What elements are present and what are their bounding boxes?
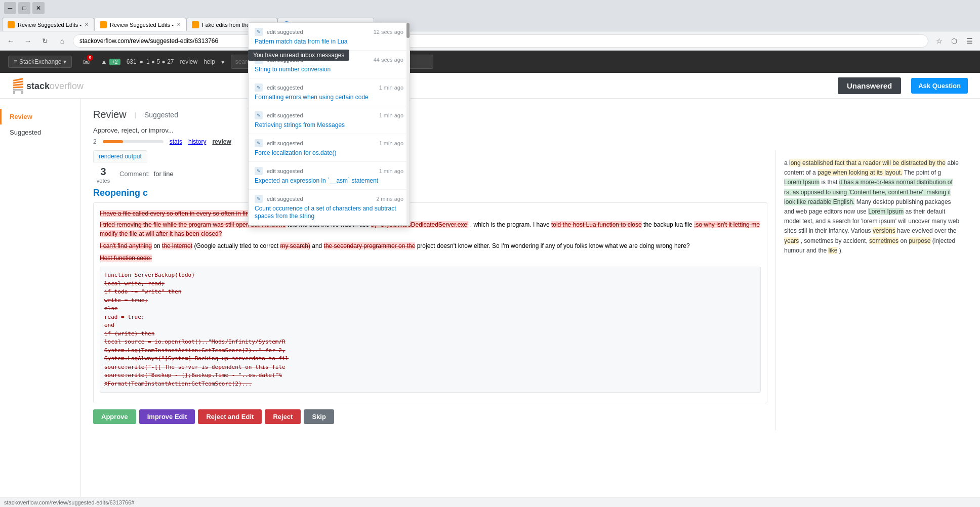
code-del-10: System.LogAlways("[System] Backing up se…	[104, 355, 289, 362]
code-line-9: System.Log(TeamInstantAction:GetTeamScor…	[104, 347, 756, 355]
stats-row: 2 stats history review	[93, 138, 968, 145]
inbox-type-4: edit suggested	[267, 140, 303, 146]
history-link[interactable]: history	[188, 138, 206, 145]
tab-close-1[interactable]: ✕	[85, 22, 89, 27]
inbox-edit-icon-5: ✎	[255, 167, 263, 175]
inbox-item-header-4: ✎ edit suggested 1 min ago	[255, 139, 403, 147]
stats-link[interactable]: stats	[170, 138, 182, 145]
address-actions: ☆ ⬡ ☰	[932, 34, 976, 48]
code-line-8: local source = io.open(Root().."Mods/Inf…	[104, 338, 756, 347]
lorem-years: years	[784, 237, 799, 244]
progress-fill	[103, 140, 123, 143]
skip-button[interactable]: Skip	[304, 409, 334, 424]
lorem-end: ).	[839, 247, 843, 254]
inbox-link-5[interactable]: Expected an expression in `__asm` statem…	[255, 177, 378, 184]
minimize-button[interactable]: ─	[4, 2, 16, 14]
inbox-button[interactable]: ✉ 9	[78, 54, 94, 70]
tab-favicon-1	[8, 21, 15, 28]
inbox-link-0[interactable]: Pattern match data from file in Lua	[255, 38, 347, 45]
inbox-link-6[interactable]: Count occurrence of a set of characters …	[255, 205, 396, 220]
bookmark-button[interactable]: ☆	[932, 34, 946, 48]
lorem-sometimes: , sometimes by accident,	[801, 237, 869, 244]
inbox-scrollbar-thumb[interactable]	[406, 23, 410, 38]
code-line-1: local write, read;	[104, 280, 756, 288]
diff-del-2d: the secondary programmer on the	[324, 242, 416, 249]
code-line-11: source:write("-[[ The server is dependen…	[104, 363, 756, 372]
inbox-item-5[interactable]: ✎ edit suggested 1 min ago Expected an e…	[249, 162, 410, 190]
code-line-4: else	[104, 305, 756, 313]
window-controls[interactable]: ─ □ ✕	[4, 2, 45, 14]
inbox-item-6[interactable]: ✎ edit suggested 2 mins ago Count occurr…	[249, 190, 410, 225]
help-link[interactable]: help	[203, 58, 215, 65]
inbox-item-header-2: ✎ edit suggested 1 min ago	[255, 83, 403, 92]
code-line-7: if (write) then	[104, 330, 756, 339]
diff-del-2b: the internet	[162, 242, 192, 249]
address-input[interactable]	[73, 34, 928, 48]
inbox-scrollbar[interactable]	[406, 23, 410, 225]
inbox-item-4[interactable]: ✎ edit suggested 1 min ago Force localiz…	[249, 134, 410, 162]
approve-button[interactable]: Approve	[93, 409, 136, 424]
inbox-link-4[interactable]: Force localization for os.date()	[255, 149, 336, 156]
tab-close-2[interactable]: ✕	[177, 22, 181, 27]
lorem-that: is that	[821, 179, 839, 186]
browser-tab-1[interactable]: Review Suggested Edits - ✕	[2, 18, 94, 31]
back-button[interactable]: ←	[4, 34, 17, 48]
so-logo[interactable]: stack overflow	[12, 77, 88, 94]
browser-tab-2[interactable]: Review Suggested Edits - ✕	[94, 18, 186, 31]
home-button[interactable]: ⌂	[56, 34, 69, 48]
unanswered-button[interactable]: Unanswered	[838, 77, 901, 94]
diff-area: I have a file called every so often in e…	[93, 202, 767, 403]
inbox-link-3[interactable]: Retrieving strings from Messages	[255, 121, 345, 129]
review-link[interactable]: review	[180, 58, 197, 65]
reject-and-edit-button[interactable]: Reject and Edit	[198, 409, 262, 424]
code-del-2: if todo ~= "write" then	[104, 288, 181, 295]
improve-edit-button[interactable]: Improve Edit	[139, 409, 195, 424]
inbox-item-header-5: ✎ edit suggested 1 min ago	[255, 167, 403, 175]
reload-button[interactable]: ↻	[38, 34, 52, 48]
svg-rect-6	[21, 91, 23, 94]
votes-label: votes	[93, 178, 113, 184]
sidebar-item-review[interactable]: Review	[0, 109, 80, 124]
sidebar-item-suggested[interactable]: Suggested	[0, 124, 80, 140]
ask-question-button[interactable]: Ask Question	[911, 78, 968, 94]
rendered-output-tab[interactable]: rendered output	[93, 150, 147, 162]
code-line-3: write = true;	[104, 297, 756, 305]
vote-count: 3	[93, 166, 113, 178]
lorem-established: long established fact that a reader will…	[789, 159, 946, 166]
menu-button[interactable]: ☰	[963, 34, 976, 48]
achievements-button[interactable]: ▲ +2	[100, 58, 120, 66]
action-buttons: Approve Improve Edit Reject and Edit Rej…	[93, 409, 767, 424]
inbox-time-2: 1 min ago	[379, 85, 403, 91]
inbox-time-4: 1 min ago	[379, 140, 403, 146]
inbox-item-0[interactable]: ✎ edit suggested 12 secs ago Pattern mat…	[249, 23, 410, 51]
close-button[interactable]: ✕	[32, 2, 45, 14]
code-del-11: source:write("-[[ The server is dependen…	[104, 364, 285, 370]
review-link-2[interactable]: review	[212, 138, 231, 145]
inbox-item-header-6: ✎ edit suggested 2 mins ago	[255, 195, 403, 203]
code-del-7: if (write) then	[104, 330, 154, 337]
extensions-button[interactable]: ⬡	[948, 34, 961, 48]
inbox-item-2[interactable]: ✎ edit suggested 1 min ago Formatting er…	[249, 78, 410, 106]
so-subheader: stack overflow Unanswered Ask Question	[0, 73, 980, 99]
diff-del-3: Host function code:	[100, 255, 152, 262]
diff-line-3: Host function code:	[100, 254, 761, 263]
inbox-edit-icon-4: ✎	[255, 139, 263, 147]
review-description: Approve, reject, or improv...	[93, 126, 968, 134]
tab-label-1: Review Suggested Edits -	[18, 22, 81, 28]
code-del-13: XFormat(TeamInstantAction:GetTeamScore(2…	[104, 381, 252, 387]
inbox-link-2[interactable]: Formatting errors when using certain cod…	[255, 94, 369, 101]
address-bar-row: ← → ↻ ⌂ ☆ ⬡ ☰	[0, 31, 980, 51]
inbox-time-5: 1 min ago	[379, 168, 403, 174]
maximize-button[interactable]: □	[18, 2, 30, 14]
comment-for-line: for line	[154, 170, 174, 178]
stackexchange-menu-button[interactable]: ≡ StackExchange ▾	[8, 56, 72, 68]
reject-button[interactable]: Reject	[265, 409, 301, 424]
inbox-item-3[interactable]: ✎ edit suggested 1 min ago Retrieving st…	[249, 106, 410, 134]
reputation-dots: ●	[140, 58, 143, 65]
inbox-link-1[interactable]: String to number conversion	[255, 66, 331, 73]
chevron-down-icon: ▾	[63, 58, 66, 65]
code-del-6: end	[104, 322, 114, 328]
question-title[interactable]: Reopening c	[93, 188, 767, 198]
forward-button[interactable]: →	[21, 34, 34, 48]
inbox-time-0: 12 secs ago	[374, 29, 403, 35]
